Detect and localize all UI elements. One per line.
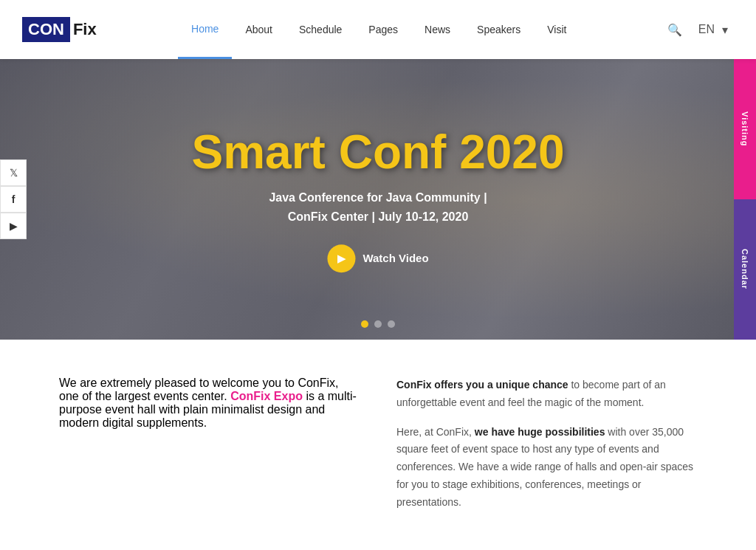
hero-section: 𝕏 f ▶ Smart Conf 2020 Java Conference fo… [0,59,756,340]
nav-schedule[interactable]: Schedule [286,0,355,59]
youtube-icon: ▶ [10,220,18,232]
hero-content: Smart Conf 2020 Java Conference for Java… [191,126,564,272]
right-text-2-rest: with over 35,000 square feet of event sp… [396,426,693,508]
nav-pages[interactable]: Pages [355,0,411,59]
slider-dot-2[interactable] [374,320,382,328]
about-grid: We are extremely pleased to welcome you … [59,377,697,523]
visiting-tab[interactable]: Visiting [734,59,756,199]
main-nav: Home About Schedule Pages News Speakers … [178,0,580,59]
nav-news[interactable]: News [411,0,464,59]
nav-visit[interactable]: Visit [534,0,580,59]
youtube-button[interactable]: ▶ [0,213,27,239]
play-icon: ▶ [327,244,355,272]
hero-title: Smart Conf 2020 [191,126,564,178]
social-sidebar: 𝕏 f ▶ [0,159,27,239]
search-icon[interactable]: 🔍 [664,20,685,40]
slider-dot-1[interactable] [361,320,368,328]
hero-subtitle: Java Conference for Java Community | Con… [191,189,564,227]
nav-about[interactable]: About [232,0,286,59]
logo[interactable]: CONFix [22,17,100,42]
nav-speakers[interactable]: Speakers [464,0,534,59]
language-selector[interactable]: EN ▾ [693,17,734,43]
watch-video-button[interactable]: ▶ Watch Video [327,244,428,272]
nav-home[interactable]: Home [178,0,232,59]
right-bold-1: ConFix offers you a unique chance [396,379,568,391]
right-text-2-intro: Here, at ConFix, [396,426,475,438]
nav-utilities: 🔍 EN ▾ [664,17,734,43]
brand-link[interactable]: ConFix Expo [230,390,303,402]
right-sidebar: Visiting Calendar [734,59,756,340]
calendar-tab[interactable]: Calendar [734,199,756,340]
logo-fix: Fix [70,17,100,42]
site-header: CONFix Home About Schedule Pages News Sp… [0,0,756,59]
logo-con: CON [22,17,70,42]
about-right: ConFix offers you a unique chance to bec… [396,377,697,523]
twitter-icon: 𝕏 [10,167,18,179]
about-left: We are extremely pleased to welcome you … [59,377,360,523]
twitter-button[interactable]: 𝕏 [0,159,27,186]
right-bold-2: we have huge possibilities [475,426,605,438]
slider-dots [361,320,395,328]
main-content: We are extremely pleased to welcome you … [0,340,756,550]
facebook-icon: f [12,193,16,205]
facebook-button[interactable]: f [0,186,27,213]
slider-dot-3[interactable] [388,320,395,328]
